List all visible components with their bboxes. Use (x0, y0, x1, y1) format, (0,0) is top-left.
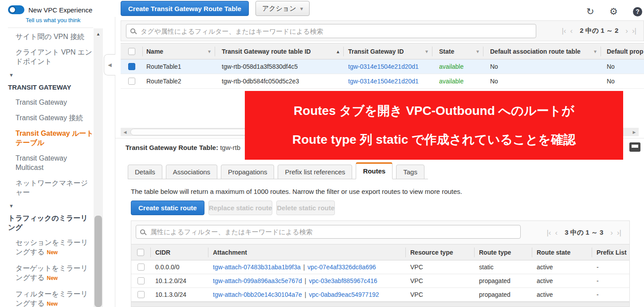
detail-title-label: Transit Gateway Route Table: (126, 144, 218, 151)
table-row[interactable]: 0.0.0.0/0 tgw-attach-07483b31aba1b9f3a|v… (131, 260, 630, 274)
sidebar-item-site-to-site-vpn[interactable]: サイト間の VPN 接続 (0, 32, 94, 41)
select-row-checkbox[interactable] (137, 277, 145, 284)
sidebar-item-mirror-targets[interactable]: ターゲットをミラーリングするNew (0, 264, 94, 283)
table-header-row: CIDR Attachment Resource type Route type… (131, 244, 630, 260)
table-row[interactable]: RouteTable2 tgw-rtb-0db584fc050d5c2e3 tg… (121, 74, 644, 89)
new-badge: New (47, 249, 58, 256)
annotation-overlay: Routes タブを開き VPC-Outbound へのルートが Route t… (245, 91, 623, 160)
select-row-checkbox[interactable] (137, 264, 145, 271)
column-header-resource-type[interactable]: Resource type (406, 248, 475, 257)
last-page-button[interactable]: ›| (617, 229, 621, 236)
sidebar-item-mirror-sessions[interactable]: セッションをミラーリングするNew (0, 238, 94, 257)
column-header-route-type[interactable]: Route type (475, 248, 532, 257)
split-panel-inner (632, 145, 638, 148)
tab-associations[interactable]: Associations (166, 165, 217, 179)
create-static-route-button[interactable]: Create static route (131, 201, 204, 215)
sidebar-item-mirror-filters[interactable]: フィルターをミラーリングするNew (0, 289, 94, 307)
next-page-button[interactable]: › (625, 27, 628, 35)
column-header-cidr[interactable]: CIDR (151, 248, 208, 257)
section-collapse-icon[interactable]: ▼ (0, 72, 93, 78)
gear-icon[interactable]: ⚙ (609, 6, 618, 17)
vpc-link[interactable]: vpc-0abad9eac54977192 (309, 291, 379, 298)
table-row[interactable]: 10.1.3.0/24 tgw-attach-0bb20e14c30104a7e… (131, 288, 630, 302)
sidebar-item-client-vpn-endpoints[interactable]: クライアント VPN エンドポイント (0, 47, 94, 66)
sort-caret-icon: ▾ (425, 48, 428, 55)
tab-routes[interactable]: Routes (356, 162, 393, 179)
feedback-link[interactable]: Tell us what you think (26, 17, 81, 24)
tab-details[interactable]: Details (128, 165, 162, 179)
search-icon (130, 28, 135, 33)
scroll-left-icon[interactable]: ◀ (121, 128, 130, 136)
column-header-default-propagation[interactable]: Default prop (601, 47, 644, 56)
select-all-checkbox[interactable] (128, 48, 135, 55)
new-vpc-experience-label: New VPC Experience (28, 6, 92, 14)
sidebar-collapse-button[interactable]: ◀ (104, 54, 115, 75)
sidebar-scrollbar-thumb[interactable] (94, 216, 102, 307)
prev-page-button[interactable]: ‹ (570, 27, 573, 35)
pagination: |‹ ‹ 2 中の 1 ～ 2 › ›| (562, 27, 636, 35)
sidebar-item-network-manager[interactable]: ネットワークマネージャー (0, 178, 94, 197)
first-page-button[interactable]: |‹ (546, 229, 551, 236)
filter-search-input[interactable] (126, 24, 536, 38)
pagination-label: 2 中の 1 ～ 2 (580, 27, 618, 35)
help-icon[interactable]: ? (633, 7, 642, 16)
pagination-label: 3 中の 1 ～ 3 (565, 228, 603, 237)
toggle-knob (9, 6, 16, 13)
new-vpc-experience-toggle[interactable] (8, 5, 24, 14)
replace-static-route-button[interactable]: Replace static route (208, 201, 273, 215)
column-header-default-association[interactable]: Default association route table▾ (483, 47, 601, 56)
column-header-route-state[interactable]: Route state (532, 248, 592, 257)
scroll-right-icon[interactable]: ▶ (630, 128, 639, 136)
select-row-checkbox[interactable] (128, 63, 135, 70)
transit-gateway-link[interactable]: tgw-0314e1504e21d20d1 (348, 78, 419, 85)
column-header-transit-gateway-id[interactable]: Transit Gateway ID▾ (344, 47, 432, 56)
column-header-state[interactable]: State▾ (432, 47, 483, 56)
route-tables-table: Name▾ Transit Gateway route table ID▴ Tr… (121, 43, 644, 89)
column-header-name[interactable]: Name▾ (143, 47, 215, 56)
attachment-link[interactable]: tgw-attach-07483b31aba1b9f3a (213, 264, 301, 271)
sidebar-item-transit-gateway-route-tables[interactable]: Transit Gateway ルートテーブル (0, 129, 94, 147)
table-row[interactable]: RouteTable1 tgw-rtb-058d1a3f5830df4c5 tg… (121, 59, 644, 74)
chevron-down-icon: ▾ (300, 5, 303, 12)
create-transit-gateway-route-table-button[interactable]: Create Transit Gateway Route Table (121, 1, 249, 16)
status-available: available (432, 78, 483, 85)
sidebar-scrollbar[interactable]: ▲ (94, 28, 103, 307)
first-page-button[interactable]: |‹ (562, 27, 566, 35)
collapse-left-icon: ◀ (108, 62, 111, 68)
split-panel-icon[interactable] (629, 142, 640, 152)
table-header-row: Name▾ Transit Gateway route table ID▴ Tr… (121, 43, 644, 59)
section-collapse-icon[interactable]: ▼ (0, 203, 93, 209)
sidebar-section-traffic-mirroring: トラフィックのミラーリング (0, 213, 90, 232)
select-row-checkbox[interactable] (137, 291, 145, 298)
routes-filter-input[interactable] (136, 225, 521, 239)
detail-title-value: tgw-rtb (220, 144, 240, 151)
attachment-link[interactable]: tgw-attach-099a896aa3c5e767d (213, 277, 302, 284)
delete-static-route-button[interactable]: Delete static route (276, 201, 335, 215)
tab-prefix-list-references[interactable]: Prefix list references (278, 165, 352, 179)
tab-propagations[interactable]: Propagations (221, 165, 274, 179)
next-page-button[interactable]: › (610, 229, 613, 236)
routes-horizontal-scrollbar[interactable] (131, 302, 630, 307)
attachment-link[interactable]: tgw-attach-0bb20e14c30104a7e (213, 291, 302, 298)
sidebar-item-transit-gateway-attachments[interactable]: Transit Gateway 接続 (0, 113, 94, 122)
sidebar-divider (8, 28, 93, 28)
vpc-link[interactable]: vpc-03e3abf885967c416 (309, 277, 377, 284)
transit-gateway-link[interactable]: tgw-0314e1504e21d20d1 (348, 63, 419, 70)
last-page-button[interactable]: ›| (632, 27, 636, 35)
refresh-icon[interactable]: ↻ (586, 6, 594, 17)
column-header-prefix-list[interactable]: Prefix List (592, 248, 630, 257)
sidebar-item-transit-gateway-multicast[interactable]: Transit Gateway Multicast (0, 154, 94, 172)
search-icon (140, 229, 145, 234)
column-header-route-table-id[interactable]: Transit Gateway route table ID▴ (215, 47, 344, 56)
prev-page-button[interactable]: ‹ (555, 229, 558, 236)
sidebar-item-transit-gateway[interactable]: Transit Gateway (0, 98, 94, 107)
scroll-up-icon[interactable]: ▲ (94, 28, 103, 36)
table-row[interactable]: 10.1.2.0/24 tgw-attach-099a896aa3c5e767d… (131, 274, 630, 288)
tab-tags[interactable]: Tags (396, 165, 424, 179)
column-header-attachment[interactable]: Attachment (208, 248, 406, 257)
select-row-checkbox[interactable] (128, 78, 135, 85)
vpc-link[interactable]: vpc-07e4af3326dc8a696 (307, 264, 376, 271)
select-all-checkbox[interactable] (137, 249, 144, 256)
actions-dropdown-button[interactable]: アクション ▾ (255, 1, 310, 16)
routes-search-box (136, 225, 521, 239)
